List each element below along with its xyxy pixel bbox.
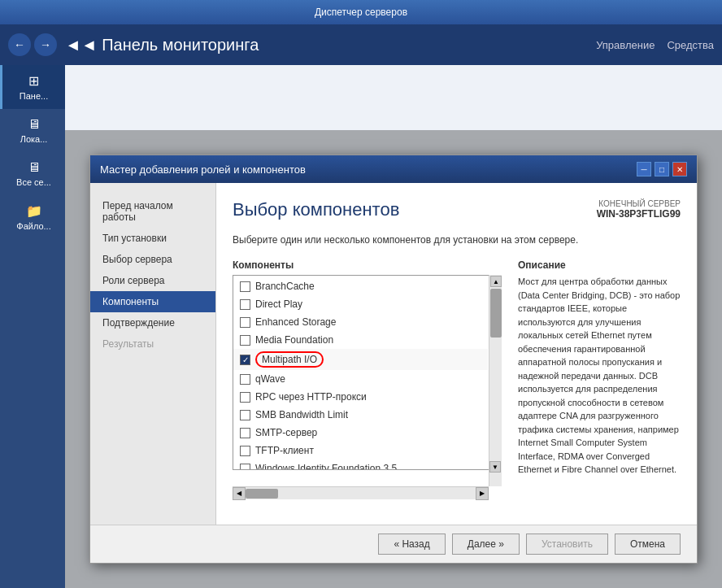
item-label-rpc: RPC через HTTP-прокси — [255, 391, 367, 403]
list-item[interactable]: BranchCache — [233, 277, 488, 295]
sidebar-item-panel-label: Пане... — [20, 91, 48, 101]
wizard-header: Выбор компонентов КОНЕЧНЫЙ СЕРВЕР WIN-38… — [233, 199, 681, 220]
wizard-nav-results: Результаты — [90, 333, 215, 355]
sidebar-item-local[interactable]: 🖥 Лока... — [0, 109, 65, 152]
list-item[interactable]: Media Foundation — [233, 331, 488, 349]
item-label-branchcache: BranchCache — [255, 281, 315, 292]
sidebar-item-files-label: Файло... — [16, 221, 50, 231]
dialog: Мастер добавления ролей и компонентов ─ … — [89, 155, 698, 564]
dialog-body: Перед началом работы Тип установки Выбор… — [90, 183, 697, 525]
sidebar-item-all[interactable]: 🖥 Все се... — [0, 152, 65, 195]
server-name: WIN-38P3FTLIG99 — [597, 208, 681, 220]
local-icon: 🖥 — [7, 117, 61, 132]
components-section: Компоненты BranchCache — [233, 259, 502, 487]
checkbox-mediafoundation[interactable] — [240, 335, 250, 346]
checkbox-smb[interactable] — [240, 410, 250, 420]
description-label: Описание — [518, 259, 681, 271]
checkbox-qwave[interactable] — [240, 374, 250, 385]
menu-tools[interactable]: Средства — [667, 39, 714, 51]
wizard-nav-confirm[interactable]: Подтверждение — [90, 312, 215, 333]
h-scroll-thumb[interactable] — [246, 489, 278, 499]
item-label-enhancedstorage: Enhanced Storage — [255, 316, 336, 328]
sidebar-item-files[interactable]: 📁 Файло... — [0, 195, 65, 239]
sidebar-item-panel[interactable]: ⊞ Пане... — [0, 65, 65, 109]
all-icon: 🖥 — [7, 160, 61, 175]
checkbox-branchcache[interactable] — [240, 281, 250, 292]
dialog-title-bar: Мастер добавления ролей и компонентов ─ … — [90, 155, 697, 183]
description-text: Мост для центра обработки данных (Data C… — [518, 275, 681, 477]
horizontal-scrollbar[interactable]: ◀ ▶ — [233, 486, 489, 499]
back-button[interactable]: « Назад — [378, 534, 445, 555]
list-item[interactable]: Enhanced Storage — [233, 313, 488, 331]
list-item[interactable]: TFTP-клиент — [233, 442, 488, 460]
h-scroll-track — [246, 488, 476, 499]
description-section: Описание Мост для центра обработки данны… — [518, 259, 681, 487]
item-label-qwave: qWave — [255, 373, 285, 385]
wizard-nav: Перед началом работы Тип установки Выбор… — [90, 183, 216, 525]
dialog-close-button[interactable]: ✕ — [672, 162, 687, 176]
dialog-overlay: Мастер добавления ролей и компонентов ─ … — [65, 130, 722, 588]
app-bar-title: ◄◄ Панель мониторинга — [65, 36, 259, 54]
components-list-wrapper[interactable]: BranchCache Direct Play — [233, 275, 502, 470]
sidebar-item-all-label: Все се... — [16, 177, 51, 187]
wizard-nav-serverselect[interactable]: Выбор сервера — [90, 249, 215, 270]
item-label-tftp: TFTP-клиент — [255, 445, 314, 456]
item-label-wif: Windows Identity Foundation 3.5 — [255, 463, 397, 470]
title-bar: Диспетчер серверов — [0, 0, 722, 24]
dialog-title-text: Мастер добавления ролей и компонентов — [100, 163, 306, 176]
multipath-oval: Multipath I/O — [255, 351, 324, 368]
next-button[interactable]: Далее » — [452, 534, 520, 555]
scroll-thumb[interactable] — [490, 289, 502, 338]
vertical-scrollbar[interactable]: ▲ ▼ — [489, 275, 502, 486]
app-bar: ← → ◄◄ Панель мониторинга Управление Сре… — [0, 24, 722, 65]
item-label-smtp: SMTP-сервер — [255, 427, 317, 438]
checkbox-wif[interactable] — [240, 464, 250, 471]
list-item[interactable]: RPC через HTTP-прокси — [233, 388, 488, 406]
list-item[interactable]: Direct Play — [233, 295, 488, 313]
dialog-maximize-button[interactable]: □ — [655, 162, 669, 176]
dialog-minimize-button[interactable]: ─ — [637, 162, 651, 176]
sidebar: ⊞ Пане... 🖥 Лока... 🖥 Все се... 📁 Файло.… — [0, 65, 65, 588]
dialog-footer: « Назад Далее » Установить Отмена — [90, 525, 697, 563]
checkbox-tftp[interactable] — [240, 446, 250, 456]
list-item-multipath[interactable]: ✓ Multipath I/O — [233, 349, 488, 370]
item-label-multipath: Multipath I/O — [255, 351, 324, 368]
checkbox-smtp[interactable] — [240, 428, 250, 438]
scroll-right-btn[interactable]: ▶ — [476, 487, 489, 500]
checkbox-multipath[interactable]: ✓ — [240, 355, 250, 365]
list-item[interactable]: Windows Identity Foundation 3.5 — [233, 460, 488, 470]
wizard-content: Выбор компонентов КОНЕЧНЫЙ СЕРВЕР WIN-38… — [216, 183, 697, 525]
menu-manage[interactable]: Управление — [596, 39, 655, 51]
server-info: КОНЕЧНЫЙ СЕРВЕР WIN-38P3FTLIG99 — [597, 199, 681, 220]
content-columns: Компоненты BranchCache — [233, 259, 681, 487]
server-info-label: КОНЕЧНЫЙ СЕРВЕР — [597, 199, 681, 208]
install-button: Установить — [526, 534, 608, 555]
files-icon: 📁 — [7, 203, 61, 219]
sidebar-item-local-label: Лока... — [20, 134, 48, 144]
item-label-mediafoundation: Media Foundation — [255, 334, 333, 346]
scroll-left-btn[interactable]: ◀ — [233, 487, 246, 500]
scroll-up-btn[interactable]: ▲ — [490, 276, 502, 287]
scroll-down-btn[interactable]: ▼ — [489, 461, 501, 473]
list-item[interactable]: SMB Bandwidth Limit — [233, 406, 488, 424]
wizard-nav-installtype[interactable]: Тип установки — [90, 228, 215, 249]
list-item[interactable]: qWave — [233, 370, 488, 388]
wizard-description: Выберите один или несколько компонентов … — [233, 233, 681, 247]
wizard-nav-before[interactable]: Перед началом работы — [90, 195, 215, 228]
panel-icon: ⊞ — [7, 73, 61, 89]
main-area: ⊞ Пане... 🖥 Лока... 🖥 Все се... 📁 Файло.… — [0, 65, 722, 588]
page-title: Выбор компонентов — [233, 199, 399, 220]
checkbox-rpc[interactable] — [240, 392, 250, 403]
nav-buttons: ← → — [8, 33, 57, 56]
item-label-directplay: Direct Play — [255, 298, 302, 310]
app-bar-menu: Управление Средства — [596, 39, 714, 51]
components-list: BranchCache Direct Play — [233, 276, 488, 470]
cancel-button[interactable]: Отмена — [615, 534, 681, 555]
list-item[interactable]: SMTP-сервер — [233, 424, 488, 442]
wizard-nav-components[interactable]: Компоненты — [90, 291, 215, 312]
nav-back-button[interactable]: ← — [8, 33, 31, 56]
wizard-nav-roles[interactable]: Роли сервера — [90, 270, 215, 291]
checkbox-directplay[interactable] — [240, 299, 250, 310]
nav-forward-button[interactable]: → — [34, 33, 57, 56]
checkbox-enhancedstorage[interactable] — [240, 317, 250, 328]
